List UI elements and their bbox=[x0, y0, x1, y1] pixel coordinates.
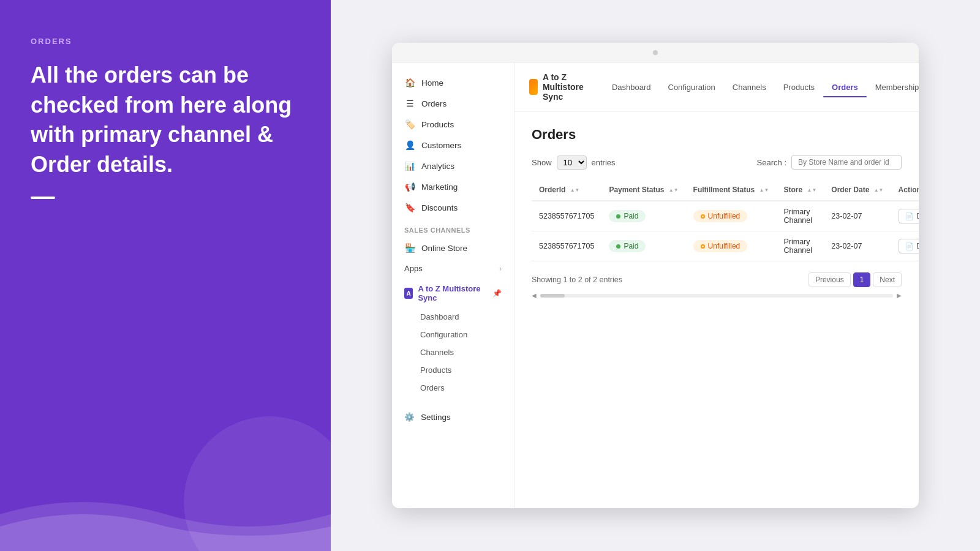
pin-icon: 📌 bbox=[492, 289, 502, 298]
scroll-right-arrow[interactable]: ▶ bbox=[897, 292, 902, 299]
app-logo-text: A to Z Multistore Sync bbox=[543, 72, 591, 102]
header-nav-orders[interactable]: Orders bbox=[823, 78, 867, 97]
sort-arrow-date[interactable]: ▲▼ bbox=[874, 187, 884, 193]
cell-store-1: Primary Channel bbox=[776, 231, 824, 261]
sidebar-sub-orders[interactable]: Orders bbox=[392, 379, 514, 397]
header-nav-dashboard[interactable]: Dashboard bbox=[603, 78, 660, 97]
sidebar-item-products[interactable]: 🏷️ Products bbox=[392, 114, 514, 135]
sidebar-item-analytics[interactable]: 📊 Analytics bbox=[392, 156, 514, 176]
detail-button-1[interactable]: 📄 Detail bbox=[899, 239, 919, 253]
sidebar-item-label-marketing: Marketing bbox=[421, 182, 458, 192]
badge-unfulfilled-1: Unfulfilled bbox=[693, 240, 748, 252]
settings-label: Settings bbox=[421, 413, 451, 422]
sidebar-app-item[interactable]: A A to Z Multistore Sync 📌 bbox=[392, 279, 514, 308]
marketing-icon: 📢 bbox=[404, 182, 415, 192]
show-label: Show bbox=[532, 158, 552, 167]
sidebar-item-label-home: Home bbox=[421, 78, 443, 88]
badge-unfulfilled-0: Unfulfilled bbox=[693, 210, 748, 222]
entries-select[interactable]: 10 25 50 bbox=[557, 156, 587, 170]
cell-fulfillment-0: Unfulfilled bbox=[686, 201, 777, 231]
detail-button-0[interactable]: 📄 Detail bbox=[899, 209, 919, 223]
app-logo-icon bbox=[529, 79, 538, 95]
badge-paid-0: Paid bbox=[609, 210, 646, 222]
sidebar-item-online-store[interactable]: 🏪 Online Store bbox=[392, 238, 514, 258]
col-action: Action bbox=[891, 179, 919, 201]
sidebar-item-customers[interactable]: 👤 Customers bbox=[392, 135, 514, 156]
sort-arrow-payment[interactable]: ▲▼ bbox=[669, 187, 679, 193]
table-header-row: OrderId ▲▼ Payment Status ▲▼ Fulfillment… bbox=[532, 179, 919, 201]
analytics-icon: 📊 bbox=[404, 161, 415, 171]
next-button[interactable]: Next bbox=[873, 272, 902, 287]
sort-arrow-store[interactable]: ▲▼ bbox=[807, 187, 816, 193]
left-panel: ORDERS All the orders can be checked fro… bbox=[0, 0, 331, 551]
header-nav-memberships[interactable]: Memberships bbox=[867, 78, 919, 97]
sidebar-settings[interactable]: ⚙️ Settings bbox=[392, 407, 514, 427]
section-label: ORDERS bbox=[31, 37, 300, 46]
cell-action-1: 📄 Detail bbox=[891, 231, 919, 261]
sidebar-item-label-orders: Orders bbox=[421, 99, 447, 108]
customers-icon: 👤 bbox=[404, 140, 415, 150]
browser-topbar bbox=[392, 43, 919, 62]
col-fulfillment-status: Fulfillment Status ▲▼ bbox=[686, 179, 777, 201]
col-order-id: OrderId ▲▼ bbox=[532, 179, 601, 201]
sidebar-sub-configuration[interactable]: Configuration bbox=[392, 326, 514, 343]
app-logo: A to Z Multistore Sync bbox=[529, 72, 591, 102]
sidebar-item-label-products: Products bbox=[421, 120, 454, 129]
sidebar-sub-dashboard[interactable]: Dashboard bbox=[392, 308, 514, 326]
doc-icon-0: 📄 bbox=[905, 212, 914, 220]
orders-table: OrderId ▲▼ Payment Status ▲▼ Fulfillment… bbox=[532, 179, 919, 261]
table-row: 5238557671705 Paid Unfulfilled Primary C… bbox=[532, 201, 919, 231]
app-header: A to Z Multistore Sync Dashboard Configu… bbox=[514, 62, 919, 112]
page-1-button[interactable]: 1 bbox=[853, 272, 871, 287]
cell-date-0: 23-02-07 bbox=[824, 201, 891, 231]
sidebar-item-label-analytics: Analytics bbox=[421, 162, 454, 171]
header-nav-products[interactable]: Products bbox=[775, 78, 823, 97]
products-icon: 🏷️ bbox=[404, 119, 415, 129]
entries-label: entries bbox=[592, 158, 616, 167]
cell-order-id-0: 5238557671705 bbox=[532, 201, 601, 231]
browser-dot bbox=[653, 50, 658, 55]
sidebar-item-home[interactable]: 🏠 Home bbox=[392, 72, 514, 93]
sidebar-apps-chevron[interactable]: › bbox=[499, 264, 502, 273]
search-area: Search : bbox=[757, 155, 902, 170]
sidebar-item-discounts[interactable]: 🔖 Discounts bbox=[392, 197, 514, 218]
sidebar-item-label-discounts: Discounts bbox=[421, 203, 458, 212]
deco-wave bbox=[0, 478, 331, 551]
app-container: 🏠 Home ☰ Orders 🏷️ Products 👤 Customers … bbox=[392, 62, 919, 508]
store-icon: 🏪 bbox=[404, 243, 415, 253]
headline: All the orders can be checked from here … bbox=[31, 61, 300, 179]
scrollbar-row: ◀ ▶ bbox=[532, 292, 902, 299]
pagination: Previous 1 Next bbox=[809, 272, 902, 287]
sidebar-apps-row: Apps › bbox=[392, 258, 514, 279]
scrollbar-thumb[interactable] bbox=[540, 294, 565, 298]
main-content: A to Z Multistore Sync Dashboard Configu… bbox=[514, 62, 919, 508]
settings-icon: ⚙️ bbox=[404, 412, 415, 422]
header-nav-channels[interactable]: Channels bbox=[724, 78, 775, 97]
prev-button[interactable]: Previous bbox=[809, 272, 851, 287]
doc-icon-1: 📄 bbox=[905, 242, 914, 250]
cell-date-1: 23-02-07 bbox=[824, 231, 891, 261]
orders-content: Orders Show 10 25 50 entries bbox=[514, 112, 919, 508]
sidebar-item-orders[interactable]: ☰ Orders bbox=[392, 93, 514, 114]
orders-title: Orders bbox=[532, 127, 902, 143]
cell-action-0: 📄 Detail bbox=[891, 201, 919, 231]
sort-arrow-orderid[interactable]: ▲▼ bbox=[570, 187, 580, 193]
sidebar-apps-label: Apps bbox=[404, 264, 423, 273]
badge-paid-1: Paid bbox=[609, 240, 646, 252]
header-nav-configuration[interactable]: Configuration bbox=[660, 78, 724, 97]
sidebar: 🏠 Home ☰ Orders 🏷️ Products 👤 Customers … bbox=[392, 62, 514, 508]
sort-arrow-fulfillment[interactable]: ▲▼ bbox=[760, 187, 769, 193]
sidebar-item-label-online-store: Online Store bbox=[421, 244, 467, 253]
sidebar-sub-products[interactable]: Products bbox=[392, 361, 514, 379]
table-row: 5238557671705 Paid Unfulfilled Primary C… bbox=[532, 231, 919, 261]
paid-dot-1 bbox=[616, 244, 620, 249]
cell-order-id-1: 5238557671705 bbox=[532, 231, 601, 261]
sidebar-sub-channels[interactable]: Channels bbox=[392, 343, 514, 361]
sidebar-item-marketing[interactable]: 📢 Marketing bbox=[392, 176, 514, 197]
orders-icon: ☰ bbox=[404, 99, 415, 108]
scrollbar-track[interactable] bbox=[540, 294, 893, 298]
scroll-left-arrow[interactable]: ◀ bbox=[532, 292, 537, 299]
discounts-icon: 🔖 bbox=[404, 203, 415, 212]
search-input[interactable] bbox=[791, 155, 902, 170]
col-store: Store ▲▼ bbox=[776, 179, 824, 201]
